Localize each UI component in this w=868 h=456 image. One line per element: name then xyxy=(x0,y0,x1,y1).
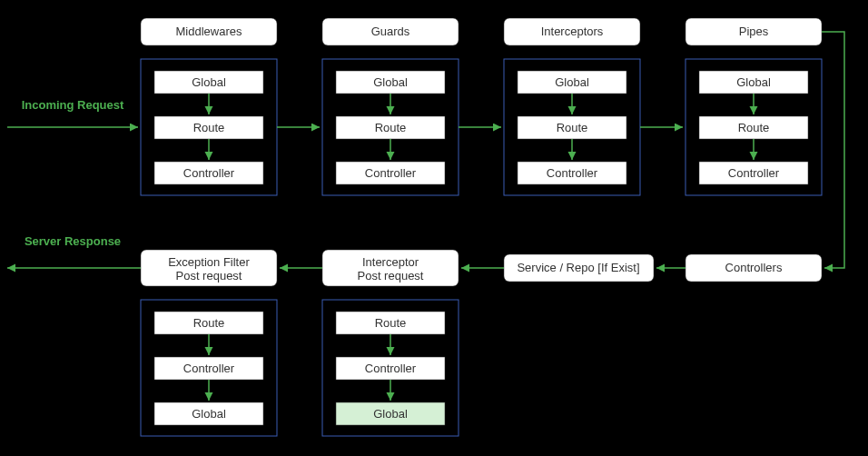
exception-post-global: Global xyxy=(192,407,226,421)
exception-post-line1: Exception Filter xyxy=(168,255,250,269)
pipes-global: Global xyxy=(736,75,771,89)
interceptors-controller: Controller xyxy=(547,166,598,180)
guards-global: Global xyxy=(373,75,408,89)
interceptor-post-global: Global xyxy=(373,407,408,421)
guards-route: Route xyxy=(375,121,407,134)
exception-post-controller: Controller xyxy=(183,362,235,375)
pipes-header: Pipes xyxy=(739,25,769,38)
exception-post-route: Route xyxy=(193,316,225,330)
interceptor-post-line1: Interceptor xyxy=(362,255,419,269)
middlewares-route: Route xyxy=(193,121,225,134)
interceptor-post-line2: Post request xyxy=(358,269,424,283)
exception-post-line2: Post request xyxy=(176,269,242,283)
interceptor-post-route: Route xyxy=(375,316,407,330)
col-pipes: Pipes Global Route Controller xyxy=(686,18,822,195)
middlewares-global: Global xyxy=(192,75,226,89)
incoming-request-label: Incoming Request xyxy=(22,98,124,112)
service-box: Service / Repo [If Exist] xyxy=(504,254,654,282)
col-guards: Guards Global Route Controller xyxy=(322,18,459,195)
middlewares-header: Middlewares xyxy=(176,25,242,38)
server-response-label: Server Response xyxy=(25,234,121,248)
col-exception-post: Exception Filter Post request Route Cont… xyxy=(141,250,277,436)
col-middlewares: Middlewares Global Route Controller xyxy=(141,18,277,195)
controllers-box: Controllers xyxy=(686,254,822,282)
pipes-route: Route xyxy=(738,121,770,134)
guards-header: Guards xyxy=(371,25,410,38)
interceptors-global: Global xyxy=(555,75,589,89)
interceptors-route: Route xyxy=(557,121,588,134)
lifecycle-diagram: Incoming Request Server Response Middlew… xyxy=(0,0,868,456)
controllers-label: Controllers xyxy=(725,261,783,274)
col-interceptor-post: Interceptor Post request Route Controlle… xyxy=(322,250,459,436)
arrow-pipes-controllers xyxy=(822,32,844,268)
interceptors-header: Interceptors xyxy=(541,25,604,38)
pipes-controller: Controller xyxy=(728,166,780,180)
interceptor-post-controller: Controller xyxy=(365,362,417,375)
middlewares-controller: Controller xyxy=(183,166,235,180)
guards-controller: Controller xyxy=(365,166,417,180)
service-label: Service / Repo [If Exist] xyxy=(517,261,639,274)
col-interceptors: Interceptors Global Route Controller xyxy=(504,18,640,195)
